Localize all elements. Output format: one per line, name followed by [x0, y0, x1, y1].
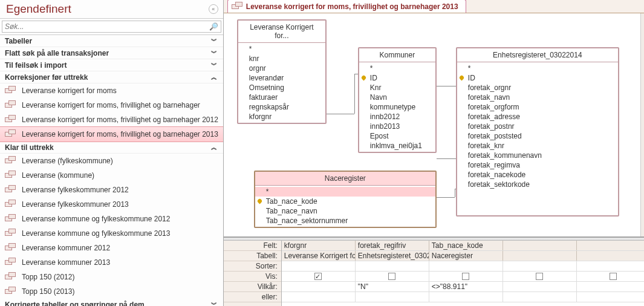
nav-item[interactable]: Topp 150 (2013) — [0, 284, 223, 299]
field-row[interactable]: Tab_nace_navn — [255, 206, 435, 216]
qbe-cell[interactable] — [577, 241, 644, 250]
qbe-cell[interactable] — [577, 251, 644, 261]
qbe-cell[interactable] — [577, 292, 644, 302]
nav-item[interactable]: Leveranse (fylkeskommune) — [0, 154, 223, 168]
field-row[interactable]: Tab_nace_kode — [255, 197, 435, 206]
field-row[interactable]: Tab_nace_sektornummer — [255, 216, 435, 226]
qbe-cell[interactable] — [282, 261, 356, 271]
qbe-cell[interactable] — [503, 272, 577, 281]
qbe-cell[interactable] — [282, 272, 356, 281]
tab-active-query[interactable]: Leveranse korrigert for moms, frivilligh… — [227, 0, 466, 13]
field-row[interactable]: * — [255, 187, 435, 197]
visibility-checkbox[interactable] — [314, 273, 322, 280]
nav-item[interactable]: Leveranse korrigert for moms, frivilligh… — [0, 112, 223, 127]
qbe-cell[interactable] — [282, 292, 356, 302]
field-row[interactable]: * — [359, 63, 435, 73]
field-row[interactable]: knr — [238, 54, 325, 63]
field-row[interactable]: fakturaer — [238, 93, 325, 102]
field-row[interactable]: foretak_poststed — [457, 131, 618, 141]
field-row[interactable]: foretak_orgform — [457, 102, 618, 112]
nav-item[interactable]: Leveranse (kommune) — [0, 168, 223, 183]
qbe-cell[interactable]: Naceregister — [429, 251, 503, 261]
field-row[interactable]: foretak_adresse — [457, 112, 618, 122]
field-row[interactable]: Omsetning — [238, 83, 325, 93]
nav-item[interactable]: Leveranse korrigert for moms, frivilligh… — [0, 98, 223, 112]
search-input[interactable] — [2, 21, 221, 33]
field-row[interactable]: foretak_knr — [457, 141, 618, 151]
field-row[interactable]: Epost — [359, 131, 435, 141]
qbe-columns[interactable]: kforgnrforetak_regifrivTab_nace_kodeLeve… — [282, 241, 644, 306]
field-row[interactable]: orgnr — [238, 63, 325, 73]
qbe-cell[interactable] — [577, 282, 644, 291]
nav-item[interactable]: Topp 150 (2012) — [0, 270, 223, 284]
field-row[interactable]: regnskapsår — [238, 102, 325, 112]
nav-group-header[interactable]: Tabeller︾ — [0, 35, 223, 47]
qbe-cell[interactable]: kforgnr — [282, 241, 356, 250]
nav-group-header[interactable]: Flatt søk på alle transaksjoner︾ — [0, 47, 223, 59]
field-row[interactable]: kommunetype — [359, 102, 435, 112]
qbe-cell[interactable] — [577, 272, 644, 281]
search-icon[interactable]: 🔍 — [209, 22, 218, 31]
field-row[interactable]: foretak_navn — [457, 93, 618, 102]
table-title[interactable]: Naceregister — [255, 172, 435, 186]
table-title[interactable]: Leveranse Korrigert for... — [238, 21, 325, 43]
field-row[interactable]: foretak_sektorkode — [457, 180, 618, 189]
qbe-cell[interactable] — [429, 272, 503, 281]
field-row[interactable]: Navn — [359, 93, 435, 102]
qbe-cell[interactable] — [577, 261, 644, 271]
field-row[interactable]: foretak_kommunenavn — [457, 151, 618, 160]
nav-group-header[interactable]: Klar til uttrekk︽ — [0, 142, 223, 154]
qbe-cell[interactable] — [356, 261, 429, 271]
field-row[interactable]: foretak_orgnr — [457, 83, 618, 93]
field-row[interactable]: innb2013 — [359, 122, 435, 131]
table-title[interactable]: Enhetsregisteret_03022014 — [457, 48, 618, 62]
qbe-cell[interactable]: foretak_regifriv — [356, 241, 429, 250]
nav-item[interactable]: Leveranse fylkeskommuner 2012 — [0, 183, 223, 197]
field-row[interactable]: leverandør — [238, 73, 325, 83]
field-row[interactable]: ID — [359, 73, 435, 83]
field-row[interactable]: foretak_nacekode — [457, 170, 618, 180]
nav-item[interactable]: Leveranse kommune og fylkeskommune 2012 — [0, 212, 223, 226]
visibility-checkbox[interactable] — [388, 273, 395, 280]
table-box-leveranse[interactable]: Leveranse Korrigert for... *knrorgnrleve… — [237, 19, 327, 124]
qbe-cell[interactable] — [429, 292, 503, 302]
nav-group-header[interactable]: Til feilsøk i import︾ — [0, 59, 223, 71]
nav-group-header[interactable]: Korreksjoner før uttrekk︽ — [0, 71, 223, 83]
qbe-cell[interactable] — [356, 292, 429, 302]
table-box-kommuner[interactable]: Kommuner *IDKnrNavnkommunetypeinnb2012in… — [358, 47, 437, 153]
qbe-cell[interactable] — [356, 272, 429, 281]
visibility-checkbox[interactable] — [610, 273, 617, 280]
qbe-cell[interactable] — [503, 292, 577, 302]
qbe-cell[interactable]: <>"88.911" — [429, 282, 503, 291]
qbe-cell[interactable]: "N" — [356, 282, 429, 291]
qbe-cell[interactable] — [429, 261, 503, 271]
qbe-cell[interactable]: Enhetsregisteret_03022014 — [356, 251, 429, 261]
table-title[interactable]: Kommuner — [359, 48, 435, 62]
nav-item[interactable]: Leveranse fylkeskommuner 2013 — [0, 197, 223, 212]
visibility-checkbox[interactable] — [462, 273, 469, 280]
visibility-checkbox[interactable] — [536, 273, 543, 280]
field-row[interactable]: innb2012 — [359, 112, 435, 122]
qbe-cell[interactable]: Tab_nace_kode — [429, 241, 503, 250]
field-row[interactable]: ID — [457, 73, 618, 83]
table-box-enhet[interactable]: Enhetsregisteret_03022014 *IDforetak_org… — [456, 47, 619, 216]
qbe-cell[interactable]: Leveranse Korrigert for moms, frivillig — [282, 251, 356, 261]
qbe-cell[interactable] — [503, 241, 577, 250]
query-designer[interactable]: Leveranse Korrigert for... *knrorgnrleve… — [224, 13, 644, 237]
nav-item[interactable]: Leveranse korrigert for moms — [0, 83, 223, 98]
nav-item[interactable]: Leveranse kommune og fylkeskommune 2013 — [0, 226, 223, 241]
nav-item[interactable]: Leveranse kommuner 2012 — [0, 241, 223, 255]
nav-title[interactable]: Egendefinert — [6, 2, 209, 16]
field-row[interactable]: kforgnr — [238, 112, 325, 122]
vertical-scrollbar[interactable] — [640, 13, 644, 236]
qbe-cell[interactable] — [282, 282, 356, 291]
field-row[interactable]: foretak_regimva — [457, 160, 618, 170]
field-row[interactable]: * — [457, 63, 618, 73]
nav-item[interactable]: Leveranse korrigert for moms, frivilligh… — [0, 127, 223, 142]
field-row[interactable]: foretak_postnr — [457, 122, 618, 131]
table-box-nace[interactable]: Naceregister *Tab_nace_kodeTab_nace_navn… — [254, 171, 437, 228]
field-row[interactable]: * — [238, 44, 325, 54]
qbe-cell[interactable] — [503, 261, 577, 271]
qbe-cell[interactable] — [503, 282, 577, 291]
qbe-cell[interactable] — [503, 251, 577, 261]
